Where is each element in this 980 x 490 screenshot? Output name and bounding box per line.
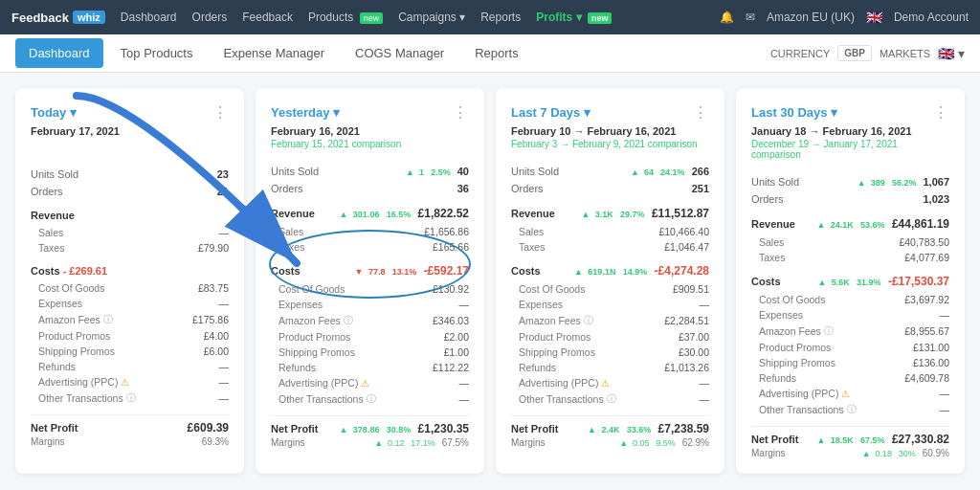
date-today-main: February 17, 2021	[31, 125, 229, 137]
subnav-expense-manager[interactable]: Expense Manager	[210, 38, 338, 68]
orders-value-today: 21	[217, 186, 229, 197]
currency-label: CURRENCY	[770, 48, 830, 59]
net-profit-value-last7: ▲ 2.4K 33.6% £7,238.59	[588, 422, 709, 435]
amazon-fees-info-icon-last7[interactable]: ⓘ	[584, 314, 593, 327]
logo-feedback-text: Feedback	[11, 11, 69, 25]
revenue-num-last30: 24.1K	[831, 220, 854, 230]
cog-value-yesterday: £130.92	[433, 283, 469, 295]
product-promos-value-last7: £37.00	[679, 331, 709, 343]
subnav-dashboard[interactable]: Dashboard	[15, 38, 103, 68]
revenue-pct-last7: 29.7%	[620, 210, 645, 219]
other-info-icon-last7[interactable]: ⓘ	[607, 392, 616, 406]
other-info-icon-yesterday[interactable]: ⓘ	[367, 392, 376, 406]
markets-flag[interactable]: 🇬🇧 ▾	[938, 46, 965, 61]
mail-icon[interactable]: ✉	[746, 11, 755, 24]
nav-products[interactable]: Products new	[308, 11, 383, 24]
units-sold-row-yesterday: Units Sold ▲ 1 2.5% 40	[271, 163, 469, 180]
net-profit-label-last30: Net Profit	[751, 434, 799, 445]
period-today[interactable]: Today ▾	[31, 105, 77, 120]
revenue-header-last7: Revenue ▲ 3.1K 29.7% £11,512.87	[511, 207, 709, 220]
cog-row-yesterday: Cost Of Goods £130.92	[271, 281, 469, 297]
margins-num1-yesterday: 0.12	[388, 438, 405, 448]
other-row-today: Other Transactions ⓘ —	[31, 390, 229, 407]
refunds-value-today: —	[219, 361, 230, 372]
period-yesterday[interactable]: Yesterday ▾	[271, 105, 340, 120]
costs-header-yesterday: Costs ▼ 77.8 13.1% -£592.17	[271, 264, 469, 278]
product-promos-value-last30: £131.00	[913, 342, 949, 353]
card-yesterday-menu[interactable]: ⋮	[453, 103, 469, 122]
taxes-row-yesterday: Taxes £165.66	[271, 239, 469, 255]
card-last30-menu[interactable]: ⋮	[933, 103, 949, 122]
shipping-promos-label-today: Shipping Promos	[38, 345, 115, 357]
revenue-num-last7: 3.1K	[595, 210, 613, 219]
expenses-label-yesterday: Expenses	[278, 299, 323, 310]
profits-badge: new	[588, 12, 612, 24]
costs-value-yesterday: ▼ 77.8 13.1% -£592.17	[355, 264, 469, 278]
subnav-cogs-manager[interactable]: COGS Manager	[342, 38, 457, 68]
product-promos-value-today: £4.00	[204, 330, 229, 342]
taxes-row-last30: Taxes £4,077.69	[751, 250, 949, 265]
nav-profits[interactable]: Profits ▾ new	[536, 11, 612, 24]
refunds-label-today: Refunds	[38, 361, 76, 372]
units-sold-pct-yesterday: 2.5%	[431, 167, 451, 177]
nav-dashboard[interactable]: Dashboard	[121, 11, 177, 24]
orders-row-last7: Orders 251	[511, 180, 709, 197]
shipping-promos-label-yesterday: Shipping Promos	[278, 346, 355, 358]
card-today-menu[interactable]: ⋮	[212, 103, 229, 122]
amazon-fees-info-icon-last30[interactable]: ⓘ	[824, 324, 834, 338]
products-badge: new	[360, 12, 384, 24]
period-last30[interactable]: Last 30 Days ▾	[751, 105, 837, 120]
net-profit-label-yesterday: Net Profit	[271, 423, 319, 434]
shipping-promos-row-last30: Shipping Promos £136.00	[751, 355, 949, 370]
other-value-last30: —	[940, 404, 950, 415]
nav-feedback[interactable]: Feedback	[242, 11, 293, 24]
revenue-value-yesterday: ▲ 301.06 16.5% £1,822.52	[340, 207, 469, 220]
product-promos-row-last7: Product Promos £37.00	[511, 329, 709, 345]
taxes-label-today: Taxes	[38, 242, 64, 254]
other-info-icon-today[interactable]: ⓘ	[126, 391, 136, 405]
advertising-value-last7: —	[700, 377, 710, 389]
refunds-label-last30: Refunds	[759, 372, 796, 384]
costs-header-today: Costs - £269.61	[31, 265, 229, 277]
comparison-label-last7: comparison	[648, 139, 698, 149]
nav-orders[interactable]: Orders	[192, 11, 228, 24]
subnav-top-products[interactable]: Top Products	[107, 38, 207, 68]
units-sold-label-yesterday: Units Sold	[271, 166, 319, 177]
orders-label-today: Orders	[31, 186, 63, 197]
orders-row-today: Orders 21	[31, 183, 229, 200]
currency-value[interactable]: GBP	[837, 45, 872, 61]
other-info-icon-last30[interactable]: ⓘ	[847, 403, 857, 416]
card-last7-menu[interactable]: ⋮	[693, 103, 709, 122]
nav-reports[interactable]: Reports	[480, 11, 521, 24]
revenue-arrow-last30: ▲	[816, 220, 825, 230]
sales-value-today: —	[219, 227, 230, 238]
date-last7-main: February 10 → February 16, 2021	[511, 125, 709, 137]
amazon-fees-info-icon-today[interactable]: ⓘ	[103, 313, 113, 326]
margins-value-today: 69.3%	[202, 436, 229, 447]
advertising-warn-icon-yesterday: ⚠	[361, 378, 369, 389]
net-profit-label-today: Net Profit	[31, 422, 78, 434]
refunds-row-last7: Refunds £1,013.26	[511, 360, 709, 375]
nav-campaigns[interactable]: Campaigns ▾	[398, 11, 465, 24]
costs-pct-yesterday: 13.1%	[392, 267, 417, 277]
amazon-fees-value-last30: £8,955.67	[904, 325, 949, 337]
period-last7[interactable]: Last 7 Days ▾	[511, 105, 590, 120]
costs-label-last7: Costs	[511, 265, 541, 277]
sales-value-last7: £10,466.40	[658, 226, 709, 237]
logo: Feedback whiz	[11, 11, 105, 25]
units-sold-arrow-yesterday: ▲	[406, 167, 414, 177]
nav-right: 🔔 ✉ Amazon EU (UK) 🇬🇧 Demo Account	[720, 10, 969, 25]
card-last7-header: Last 7 Days ▾ ⋮	[511, 103, 709, 122]
notification-icon[interactable]: 🔔	[720, 11, 734, 24]
shipping-promos-row-today: Shipping Promos £6.00	[31, 344, 229, 359]
account-label[interactable]: Demo Account	[894, 11, 969, 24]
advertising-row-today: Advertising (PPC) ⚠ —	[31, 374, 229, 390]
net-profit-value-yesterday: ▲ 378.86 30.8% £1,230.35	[340, 422, 469, 435]
revenue-pct-last30: 53.6%	[860, 220, 885, 230]
subnav-reports[interactable]: Reports	[461, 38, 532, 68]
advertising-label-last7: Advertising (PPC) ⚠	[519, 377, 610, 389]
sales-value-yesterday: £1,656.86	[424, 226, 469, 237]
orders-row-yesterday: Orders 36	[271, 180, 469, 197]
revenue-value-last7: ▲ 3.1K 29.7% £11,512.87	[581, 207, 709, 220]
amazon-fees-info-icon-yesterday[interactable]: ⓘ	[344, 314, 353, 327]
